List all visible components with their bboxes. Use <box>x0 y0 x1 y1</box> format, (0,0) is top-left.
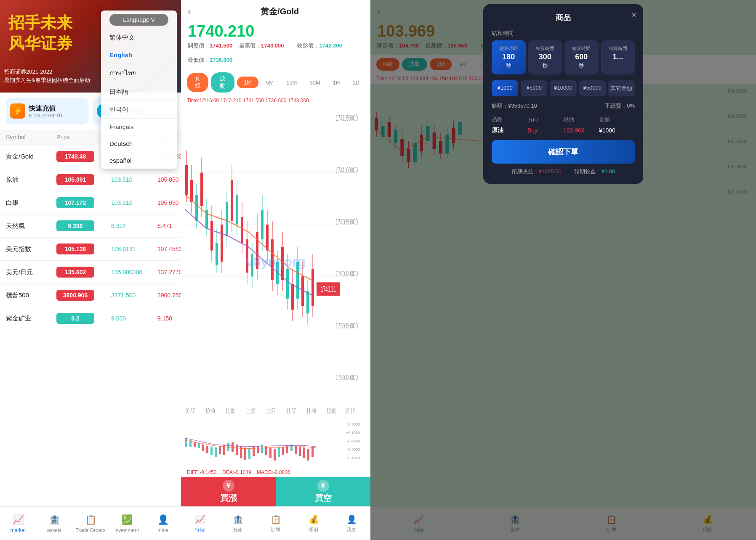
nav-mid-market[interactable]: 📈 行情 <box>181 507 219 540</box>
svg-text:12:01: 12:01 <box>327 407 336 415</box>
amount-1000[interactable]: ¥1000 <box>492 80 518 96</box>
investment-icon: 💹 <box>121 514 133 526</box>
svg-rect-88 <box>219 446 221 454</box>
mid-orders-icon: 📋 <box>270 514 282 525</box>
tab-wave[interactable]: 波動 <box>211 72 234 93</box>
tab-1m[interactable]: 1M <box>237 77 258 88</box>
amount-10000[interactable]: ¥10000 <box>550 80 576 96</box>
chart-watermark: v8ym.org <box>246 254 306 270</box>
table-row[interactable]: 紫金矿业 9.2 9.000 9.150 <box>0 307 181 330</box>
orders-icon: 📋 <box>85 514 96 526</box>
svg-rect-99 <box>265 446 267 455</box>
table-row[interactable]: 美元指數 105.136 106.9131 107.4583 <box>0 238 181 261</box>
back-button[interactable]: ‹ <box>188 6 191 17</box>
nav-investment[interactable]: 💹 investment <box>109 511 145 537</box>
lang-zh-tw[interactable]: 繁体中文 <box>101 29 177 47</box>
svg-text:+0.1000: +0.1000 <box>346 431 360 435</box>
mid-market-icon: 📈 <box>194 514 206 525</box>
svg-text:1740.50000: 1740.50000 <box>335 218 358 226</box>
trade-dialog: 商品 × 結算時間 結算時間 180 秒 結算時間 300 秒 結算時間 600 <box>483 4 643 184</box>
svg-rect-97 <box>257 446 259 453</box>
time-button-row: 結算時間 180 秒 結算時間 300 秒 結算時間 600 秒 結算時間 1.… <box>492 40 635 74</box>
nav-assets[interactable]: 🏦 assets <box>36 511 72 537</box>
svg-text:10:49: 10:49 <box>205 407 215 415</box>
lang-th[interactable]: ภาษาไทย <box>101 64 177 83</box>
amount-5000[interactable]: ¥5000 <box>521 80 547 96</box>
nav-mid-orders[interactable]: 📋 訂單 <box>257 507 295 540</box>
amount-50000[interactable]: ¥50000 <box>579 80 606 96</box>
quick-charge-button[interactable]: ⚡ 快速充值 BTC/USDT/ETH <box>6 98 88 124</box>
svg-rect-91 <box>232 442 234 452</box>
gold-chart-tabs: K線 波動 1M 5M 15M 30M 1H 1D <box>181 69 370 96</box>
language-dropdown[interactable]: Language V 繁体中文 English ภาษาไทย 日本語 한국어 … <box>101 11 177 169</box>
nav-mine[interactable]: 👤 mine <box>145 511 181 537</box>
amount-other[interactable]: 其它金額 <box>608 80 635 96</box>
nav-trade-orders[interactable]: 📋 Trade Orders <box>72 511 109 537</box>
svg-text:1740.00000: 1740.00000 <box>335 270 358 278</box>
macd-info: DIFF:-0.1453 DEA:-0.1049 MACD:-0.0806 <box>181 468 370 477</box>
time-btn-other[interactable]: 結算時間 1... <box>601 40 635 74</box>
buy-button-mid[interactable]: ¥ 買漲 <box>181 477 276 506</box>
right-panel: ‹ 原油 103.969 開盤價：104.790 最高價：105.050 收盤價… <box>370 0 756 540</box>
svg-rect-87 <box>215 447 217 457</box>
nav-mid-finance[interactable]: 💰 理財 <box>295 507 333 540</box>
time-btn-180[interactable]: 結算時間 180 秒 <box>492 40 526 74</box>
banner-text: 招手未来 风华证券 <box>8 13 72 54</box>
expected-returns: 預期收益：¥1025.00 預期收益：¥0.00 <box>492 168 635 175</box>
svg-rect-98 <box>261 445 263 453</box>
nav-mid-mine[interactable]: 👤 我的 <box>333 507 370 540</box>
language-trigger[interactable]: Language V <box>109 14 168 26</box>
table-row[interactable]: 美元/日元 135.602 135.900000 137.277000 <box>0 261 181 284</box>
left-panel: 招手未来 风华证券 招商证券2021-2022 暑期实习生&春季校园招聘全面启动… <box>0 0 181 540</box>
trade-dialog-overlay[interactable]: 商品 × 結算時間 結算時間 180 秒 結算時間 300 秒 結算時間 600 <box>370 0 756 540</box>
charge-icon: ⚡ <box>10 103 25 119</box>
balance-label: 餘額：¥353570.10 <box>492 102 537 110</box>
trade-buttons-mid: ¥ 買漲 ¥ 買空 <box>181 477 370 506</box>
svg-text:1740.21: 1740.21 <box>321 285 336 294</box>
svg-rect-94 <box>244 447 246 460</box>
sell-button-mid[interactable]: ¥ 買空 <box>276 477 370 506</box>
tab-15m[interactable]: 15M <box>281 77 302 88</box>
nav-mid-assets[interactable]: 🏦 資產 <box>219 507 257 540</box>
time-btn-300[interactable]: 結算時間 300 秒 <box>528 40 562 74</box>
tab-1h[interactable]: 1H <box>328 77 345 88</box>
svg-text:12:13: 12:13 <box>345 407 355 415</box>
lang-en[interactable]: English <box>101 47 177 64</box>
svg-rect-108 <box>303 447 305 458</box>
svg-rect-103 <box>282 447 284 455</box>
tab-30m[interactable]: 30M <box>304 77 325 88</box>
lang-fr[interactable]: Français <box>101 119 177 135</box>
market-icon: 📈 <box>12 514 24 526</box>
svg-text:-0.0000: -0.0000 <box>347 439 360 443</box>
tab-1d[interactable]: 1D <box>347 77 365 88</box>
tab-5m[interactable]: 5M <box>261 77 279 88</box>
lang-de[interactable]: Deutsch <box>101 135 177 152</box>
table-row[interactable]: 標普500 3800.906 3871.500 3900.750 <box>0 284 181 307</box>
confirm-order-button[interactable]: 確認下單 <box>492 140 635 164</box>
time-btn-600[interactable]: 結算時間 600 秒 <box>564 40 599 74</box>
bottom-nav-mid: 📈 行情 🏦 資產 📋 訂單 💰 理財 👤 我的 <box>181 506 370 540</box>
gold-chart-title: 黄金/Gold <box>196 6 364 17</box>
svg-text:-0.2000: -0.2000 <box>347 447 360 452</box>
svg-text:1739.50000: 1739.50000 <box>335 322 358 330</box>
lang-es[interactable]: español <box>101 152 177 169</box>
svg-rect-95 <box>248 449 250 459</box>
svg-rect-109 <box>307 449 309 461</box>
assets-icon: 🏦 <box>48 514 60 526</box>
svg-rect-100 <box>269 447 272 458</box>
table-row[interactable]: 天然氣 6.398 6.314 6.471 <box>0 214 181 238</box>
svg-rect-96 <box>253 447 255 456</box>
lang-ja[interactable]: 日本語 <box>101 83 177 101</box>
buy-icon: ¥ <box>223 480 234 492</box>
svg-text:-0.4000: -0.4000 <box>347 456 360 460</box>
svg-rect-110 <box>311 447 314 457</box>
nav-market[interactable]: 📈 market <box>0 511 36 537</box>
tab-kline[interactable]: K線 <box>187 73 208 92</box>
dialog-close-button[interactable]: × <box>631 10 636 20</box>
svg-rect-102 <box>278 447 280 457</box>
lang-ko[interactable]: 한국어 <box>101 101 177 119</box>
bottom-nav-left: 📈 market 🏦 assets 📋 Trade Orders 💹 inves… <box>0 506 181 540</box>
svg-text:11:49: 11:49 <box>306 407 316 415</box>
table-row[interactable]: 白銀 107.172 103.510 105.050 <box>0 191 181 214</box>
table-row[interactable]: 原油 105.091 103.510 105.050 <box>0 168 181 191</box>
